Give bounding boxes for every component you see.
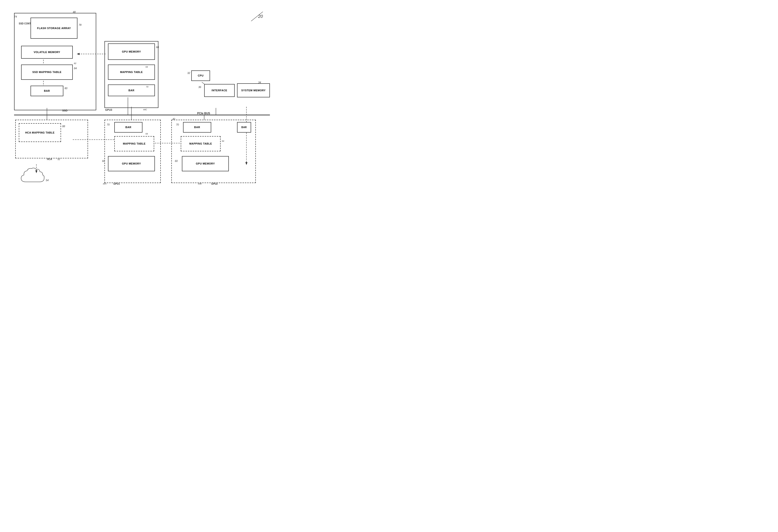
interface-box: INTERFACE bbox=[204, 84, 235, 97]
ref-80: 80 bbox=[65, 87, 67, 90]
system-memory-box: SYSTEM MEMORY bbox=[237, 83, 270, 97]
pcie-bus-label: PCIe BUS bbox=[197, 112, 210, 115]
ref-64-top: 64 bbox=[146, 66, 148, 68]
hca-label: HCA bbox=[47, 158, 52, 160]
ref-52: 52 bbox=[58, 158, 60, 160]
ref-84: 84 bbox=[74, 67, 77, 70]
ref-70-gpu1: 70 bbox=[107, 123, 109, 126]
svg-line-17 bbox=[251, 12, 263, 21]
flash-storage-box: FLASH STORAGE ARRAY bbox=[30, 18, 77, 39]
bar-gpu1-box: BAR bbox=[114, 122, 143, 133]
ssd-mapping-table-box: SSD MAPPING TABLE bbox=[21, 65, 73, 80]
cloud-shape bbox=[19, 167, 47, 185]
diagram: 20 48 74 SSD CONTROLLER FLASH STORAGE AR… bbox=[0, 0, 282, 193]
ref-34: 34 bbox=[258, 81, 261, 84]
ref-60-gpu2: 60 bbox=[175, 160, 178, 162]
gpu1-label: GPU1 bbox=[113, 182, 120, 185]
ref-64-gpu1-outer: 64 bbox=[146, 133, 148, 135]
ref-44b: 44B bbox=[198, 182, 202, 185]
hca-mapping-table-box: HCA MAPPING TABLE bbox=[19, 123, 61, 142]
ref-40: 40 bbox=[172, 118, 175, 121]
cpu-box: CPU bbox=[191, 70, 210, 81]
ref-54: 54 bbox=[46, 179, 49, 182]
gpu-memory-top-box: GPU MEMORY bbox=[108, 44, 155, 60]
mapping-table-gpu2-box: MAPPING TABLE bbox=[181, 136, 221, 151]
volatile-memory-box: VOLATILE MEMORY bbox=[21, 46, 73, 59]
ref-60-top: 60 bbox=[156, 46, 159, 49]
bar-ssd-box: BAR bbox=[30, 86, 63, 96]
ref-64-gpu2: 64 bbox=[222, 140, 224, 142]
ssd-label: SSD bbox=[62, 109, 68, 112]
mapping-table-gpu1-box: MAPPING TABLE bbox=[114, 136, 154, 151]
ref-20-arrow bbox=[249, 9, 267, 23]
ref-44c: 44C bbox=[143, 108, 147, 111]
gpu-memory-gpu1-box: GPU MEMORY bbox=[108, 156, 155, 171]
ref-36: 36 bbox=[198, 86, 201, 88]
bar-gpu2-box: BAR bbox=[183, 122, 211, 133]
gpu-memory-gpu2-box: GPU MEMORY bbox=[182, 156, 229, 171]
ref-48: 48 bbox=[73, 11, 76, 13]
ref-60-gpu1: 60 bbox=[102, 160, 105, 162]
gpu2-label: GPU2 bbox=[211, 182, 218, 185]
gpu3-label: GPU3 bbox=[105, 108, 112, 111]
ref-44a: 44A bbox=[103, 182, 106, 185]
ref-70-gpu2: 70 bbox=[176, 123, 179, 126]
ref-32: 32 bbox=[187, 72, 190, 74]
ref-88: 88 bbox=[62, 125, 65, 128]
ref-82: 82 bbox=[74, 62, 76, 65]
ref-70-top: 70 bbox=[146, 86, 148, 88]
ref-74: 74 bbox=[14, 15, 17, 18]
bar-gpu2-right-box: BAR bbox=[237, 122, 251, 133]
ref-78: 78 bbox=[79, 23, 81, 26]
